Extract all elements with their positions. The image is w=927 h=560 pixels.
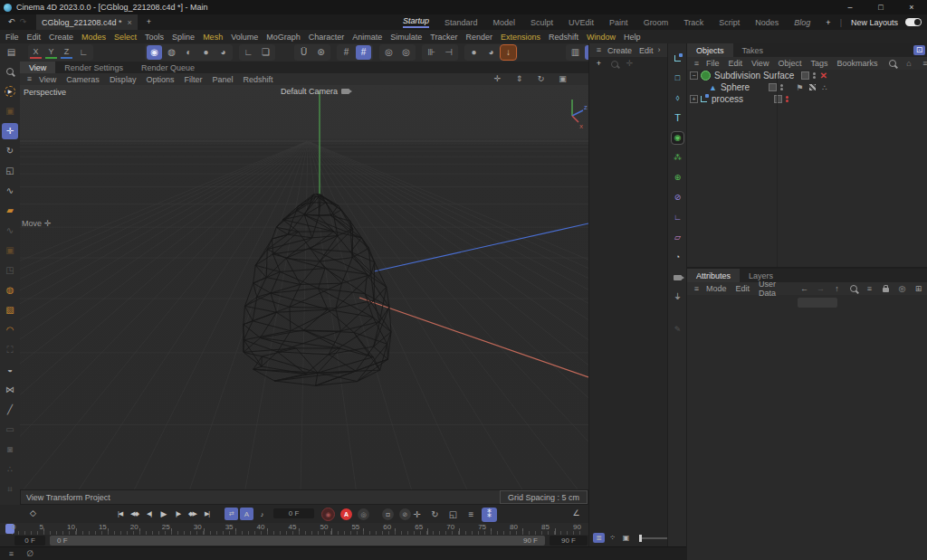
- sculpt-pen-tool[interactable]: ∿: [2, 223, 18, 239]
- layout-tab-nodes[interactable]: Nodes: [755, 18, 779, 27]
- am-search-icon[interactable]: [847, 283, 859, 295]
- render-region-icon[interactable]: ◎: [398, 45, 414, 60]
- subdivision-surface-icon[interactable]: ◉: [672, 132, 683, 144]
- history-back-icon[interactable]: ←: [798, 283, 810, 295]
- am-menu-userdata[interactable]: User Data: [759, 280, 789, 298]
- menu-create[interactable]: Create: [49, 33, 73, 42]
- layout-tab-model[interactable]: Model: [493, 18, 516, 27]
- am-panel-icon[interactable]: ⊞: [913, 283, 924, 295]
- layout-toggle[interactable]: [905, 18, 922, 26]
- workplane-icon[interactable]: ∟: [76, 45, 91, 60]
- visibility-dots-red[interactable]: [786, 96, 788, 102]
- history-forward-icon[interactable]: →: [815, 283, 827, 295]
- add-layout-icon[interactable]: +: [826, 18, 830, 27]
- search-small-icon[interactable]: [608, 58, 620, 70]
- objects-hamburger-icon[interactable]: ≡: [691, 58, 702, 70]
- record-keyframe-button[interactable]: ◉: [321, 508, 335, 521]
- om-search-icon[interactable]: [886, 58, 898, 70]
- tab-objects[interactable]: Objects: [687, 43, 733, 57]
- menu-help[interactable]: Help: [624, 33, 641, 42]
- menu-edit[interactable]: Edit: [27, 33, 42, 42]
- vp-menu-redshift[interactable]: Redshift: [243, 75, 272, 84]
- sound-toggle-icon[interactable]: ♪: [255, 508, 269, 520]
- points-mode-icon[interactable]: ◍: [164, 45, 179, 60]
- target-icon[interactable]: ◎: [896, 283, 908, 295]
- autokey-button[interactable]: A: [340, 508, 352, 520]
- texture-axis-icon[interactable]: Ü: [296, 45, 311, 60]
- menu-character[interactable]: Character: [309, 33, 345, 42]
- drawer-icon[interactable]: ▤: [4, 45, 19, 60]
- maximize-button[interactable]: □: [865, 0, 896, 14]
- timeline-ruler[interactable]: 05 1015 2025 3035 4045 5055 6065 7075 80…: [0, 523, 593, 535]
- record-position-icon[interactable]: ✛: [409, 508, 425, 522]
- toggle-view-icon[interactable]: ▣: [557, 73, 569, 85]
- mograph-icon[interactable]: ▱: [672, 232, 683, 243]
- close-hole-tool[interactable]: ◙: [2, 441, 18, 458]
- timeline-zoom-slider[interactable]: [639, 537, 670, 539]
- attributes-hamburger-icon[interactable]: ≡: [691, 283, 702, 295]
- visibility-dots[interactable]: [780, 84, 783, 90]
- workplane-mode-icon[interactable]: ❏: [258, 45, 273, 60]
- layer-swatch[interactable]: [769, 83, 777, 91]
- cluster-generator-icon[interactable]: ⁂: [672, 152, 683, 164]
- document-close-icon[interactable]: ×: [128, 18, 132, 27]
- play-button[interactable]: ▶: [157, 508, 170, 520]
- layout-tab-sculpt[interactable]: Sculpt: [530, 18, 553, 27]
- chevron-right-icon[interactable]: ›: [654, 44, 665, 56]
- axis-z-button[interactable]: Z: [61, 45, 72, 59]
- axis-y-button[interactable]: Y: [45, 45, 57, 59]
- grid-view-icon[interactable]: ⁘: [607, 533, 618, 543]
- menu-select[interactable]: Select: [114, 33, 137, 42]
- record-pla-icon[interactable]: ⁑: [482, 508, 497, 522]
- goto-start-button[interactable]: |◀: [113, 508, 127, 520]
- viewport-hamburger-icon[interactable]: ≡: [24, 73, 35, 85]
- object-mode-icon[interactable]: ◉: [147, 45, 162, 60]
- tree-row-subdivision-surface[interactable]: − Subdivision Surface ✕: [687, 70, 927, 81]
- vp-menu-panel[interactable]: Panel: [212, 75, 233, 84]
- menu-spline[interactable]: Spline: [172, 33, 195, 42]
- axis-x-button[interactable]: X: [30, 45, 42, 59]
- polygon-pen-tool[interactable]: ▣: [2, 242, 18, 259]
- tweak-tool[interactable]: ◳: [2, 262, 18, 279]
- menu-animate[interactable]: Animate: [352, 33, 382, 42]
- create-menu[interactable]: Create: [607, 46, 632, 55]
- cache-icon[interactable]: ◕: [483, 45, 499, 60]
- menu-mograph[interactable]: MoGraph: [266, 33, 301, 42]
- menu-tracker[interactable]: Tracker: [430, 33, 457, 42]
- tab-takes[interactable]: Takes: [733, 43, 773, 57]
- vp-menu-filter[interactable]: Filter: [184, 75, 202, 84]
- snap-settings-icon[interactable]: ⊣: [441, 45, 456, 60]
- search-icon[interactable]: [2, 63, 18, 80]
- dolly-view-icon[interactable]: ⇕: [513, 73, 525, 85]
- cloth-tool[interactable]: ⛶: [2, 342, 18, 358]
- layout-tab-startup[interactable]: Startup: [403, 16, 429, 28]
- light-object-icon[interactable]: ⏚: [672, 291, 683, 303]
- collapse-icon[interactable]: −: [690, 71, 698, 80]
- tree-row-process[interactable]: + process: [687, 93, 927, 105]
- axis-center-tool[interactable]: ⌗: [2, 481, 18, 498]
- menu-simulate[interactable]: Simulate: [390, 33, 422, 42]
- layout-tab-paint[interactable]: Paint: [609, 18, 628, 27]
- move-small-icon[interactable]: ✛: [624, 58, 636, 70]
- menu-window[interactable]: Window: [587, 33, 616, 42]
- texture-mode-icon[interactable]: ◕: [215, 45, 231, 60]
- tab-attributes[interactable]: Attributes: [687, 269, 740, 282]
- status-hamburger-icon[interactable]: ≡: [5, 548, 17, 560]
- render-clapper-icon[interactable]: ▥: [568, 45, 583, 60]
- bake-icon[interactable]: ●: [466, 45, 482, 60]
- redo-icon[interactable]: ↷: [17, 16, 29, 28]
- layout-tab-standard[interactable]: Standard: [444, 18, 478, 27]
- edit-menu[interactable]: Edit: [639, 46, 654, 55]
- volume-icon[interactable]: ⊘: [672, 192, 683, 204]
- spline-primitive-icon[interactable]: □: [672, 72, 683, 84]
- texture-tag-icon[interactable]: [809, 84, 816, 90]
- vp-menu-options[interactable]: Options: [146, 75, 174, 84]
- om-menu-bookmarks[interactable]: Bookmarks: [836, 59, 877, 68]
- cube-primitive-icon[interactable]: ⬨: [672, 92, 683, 104]
- menu-file[interactable]: File: [5, 33, 19, 42]
- download-icon[interactable]: ↓: [501, 45, 516, 60]
- polygons-mode-icon[interactable]: ●: [198, 45, 214, 60]
- record-scale-icon[interactable]: ◱: [445, 508, 461, 522]
- axis-modify-icon[interactable]: ∟: [241, 45, 256, 60]
- move-tool[interactable]: ✛: [2, 123, 18, 139]
